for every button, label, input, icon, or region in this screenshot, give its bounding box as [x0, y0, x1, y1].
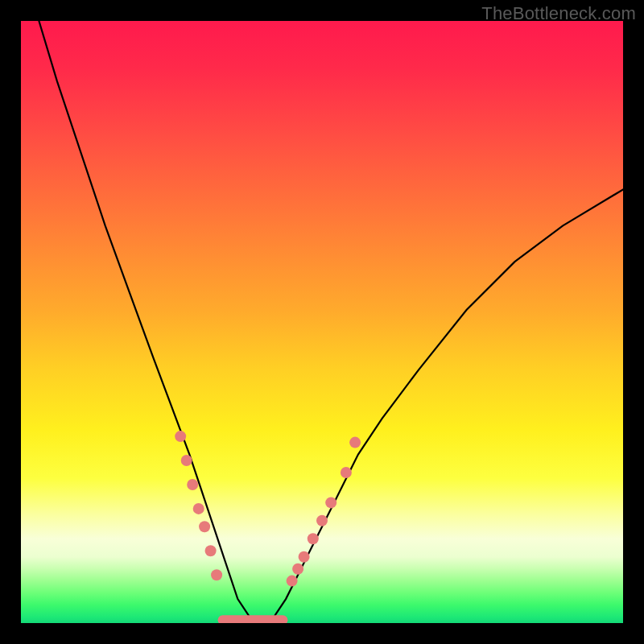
right-branch-markers	[287, 437, 361, 587]
curve-marker	[175, 431, 186, 442]
curve-marker	[308, 533, 319, 544]
curve-marker	[349, 437, 361, 448]
curve-marker	[292, 564, 303, 575]
bottleneck-curve	[39, 21, 623, 623]
chart-frame: TheBottleneck.com	[0, 0, 644, 644]
curve-marker	[299, 551, 310, 563]
curve-marker	[211, 569, 222, 580]
plot-area	[21, 21, 623, 623]
curve-marker	[316, 515, 328, 526]
left-branch-markers	[175, 431, 222, 580]
curve-marker	[325, 497, 336, 508]
curve-marker	[181, 455, 192, 466]
curve-marker	[287, 576, 298, 587]
curve-marker	[187, 479, 198, 490]
curve-marker	[199, 521, 210, 532]
chart-svg	[21, 21, 623, 623]
curve-marker	[193, 503, 204, 514]
curve-marker	[205, 545, 217, 556]
watermark-text: TheBottleneck.com	[481, 3, 636, 24]
curve-marker	[341, 467, 352, 478]
